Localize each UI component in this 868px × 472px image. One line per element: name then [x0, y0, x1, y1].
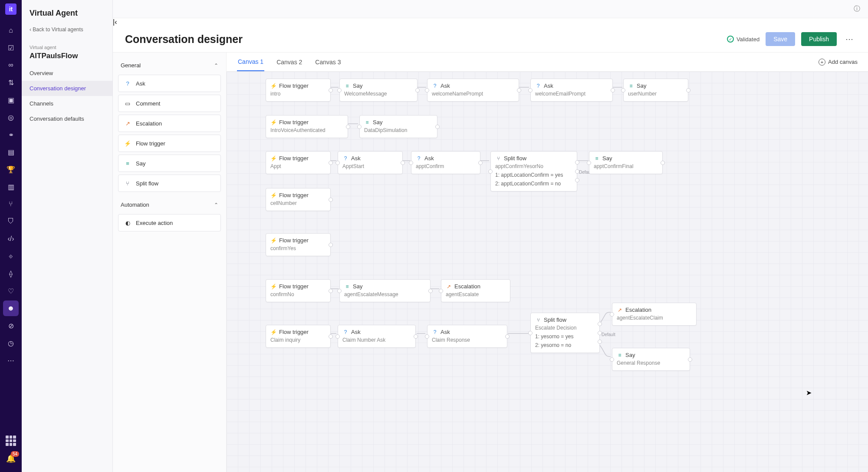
- port-in[interactable]: [439, 289, 443, 293]
- node-split-escalate[interactable]: ⑂Split flow Escalate Decision 1: yesorno…: [530, 313, 600, 353]
- node-escalation-claim[interactable]: ↗Escalation agentEscalateClaim: [612, 303, 697, 326]
- rail-target-icon[interactable]: ◎: [3, 109, 19, 125]
- node-say-usernumber[interactable]: ≡Say userNumber: [623, 79, 688, 102]
- port-out[interactable]: [517, 88, 521, 92]
- port-in[interactable]: [335, 334, 340, 339]
- add-canvas-button[interactable]: + Add canvas: [819, 59, 858, 66]
- port-out[interactable]: [329, 88, 333, 92]
- rail-notifications-icon[interactable]: 🔔54: [6, 454, 16, 463]
- port-out[interactable]: [414, 334, 418, 339]
- port-in[interactable]: [528, 331, 533, 335]
- palette-item-execute-action[interactable]: ◐ Execute action: [118, 214, 221, 231]
- node-ask-apptconfirm[interactable]: ?Ask apptConfirm: [411, 151, 480, 174]
- port-out-1[interactable]: [575, 160, 579, 165]
- port-out[interactable]: [329, 243, 333, 247]
- nav-item-channels[interactable]: Channels: [22, 96, 112, 111]
- rail-integration-icon[interactable]: ⟠: [3, 266, 19, 281]
- node-trigger-cellnumber[interactable]: ⚡Flow trigger cellNumber: [266, 188, 331, 211]
- port-out[interactable]: [329, 334, 333, 339]
- port-out[interactable]: [435, 125, 440, 129]
- node-trigger-claim[interactable]: ⚡Flow trigger Claim inquiry: [266, 325, 331, 348]
- port-in[interactable]: [337, 88, 342, 92]
- rail-link-icon[interactable]: ∞: [3, 57, 19, 73]
- node-ask-email[interactable]: ?Ask welcomeEmailPrompt: [530, 79, 613, 102]
- rail-home-icon[interactable]: ⌂: [3, 23, 19, 38]
- port-out[interactable]: [688, 357, 692, 362]
- port-out[interactable]: [415, 88, 420, 92]
- rail-apps-grid-icon[interactable]: [6, 436, 16, 446]
- rail-checklist-icon[interactable]: ☑: [3, 40, 19, 56]
- nav-item-conversation-defaults[interactable]: Conversation defaults: [22, 111, 112, 126]
- node-trigger-voice[interactable]: ⚡Flow trigger IntroVoiceAuthenticated: [266, 115, 348, 138]
- port-in[interactable]: [425, 88, 429, 92]
- rail-book-icon[interactable]: ▥: [3, 179, 19, 195]
- port-in[interactable]: [587, 161, 591, 165]
- port-in[interactable]: [335, 161, 340, 165]
- port-in[interactable]: [610, 357, 614, 362]
- port-in[interactable]: [528, 88, 533, 92]
- rail-branch-icon[interactable]: ⑂: [3, 196, 19, 212]
- port-out[interactable]: [478, 161, 483, 165]
- back-link[interactable]: ‹ Back to Virtual agents: [22, 22, 112, 37]
- help-icon[interactable]: ⓘ: [854, 5, 860, 13]
- rail-compass-icon[interactable]: ◷: [3, 335, 19, 351]
- palette-item-say[interactable]: ≡ Say: [118, 155, 221, 172]
- port-in[interactable]: [488, 169, 493, 174]
- port-out[interactable]: [505, 334, 510, 339]
- rail-people-icon[interactable]: ⚭: [3, 127, 19, 142]
- port-out[interactable]: [686, 88, 690, 92]
- tab-canvas-2[interactable]: Canvas 2: [276, 53, 303, 71]
- port-out[interactable]: [346, 125, 350, 129]
- port-out[interactable]: [611, 88, 615, 92]
- port-out[interactable]: [329, 289, 333, 293]
- palette-item-split-flow[interactable]: ⑂ Split flow: [118, 175, 221, 192]
- flow-canvas[interactable]: ⚡Flow trigger intro ≡Say WelcomeMessage …: [227, 72, 868, 472]
- save-button[interactable]: Save: [766, 32, 795, 46]
- port-out-2[interactable]: [575, 178, 579, 182]
- rail-analytics-icon[interactable]: ⇅: [3, 75, 19, 90]
- rail-globe-icon[interactable]: ⊘: [3, 318, 19, 333]
- port-in[interactable]: [337, 289, 342, 293]
- publish-button[interactable]: Publish: [801, 32, 837, 46]
- port-in[interactable]: [409, 161, 413, 165]
- node-say-apptfinal[interactable]: ≡Say apptConfirmFinal: [589, 151, 663, 174]
- collapse-leftnav-button[interactable]: |‹: [113, 18, 868, 26]
- rail-reports-icon[interactable]: ▣: [3, 92, 19, 108]
- node-split-apptconfirm[interactable]: ⑂Split flow apptConfirmYesorNo 1: apptLo…: [490, 151, 577, 191]
- port-in[interactable]: [425, 334, 429, 339]
- node-say-datadip[interactable]: ≡Say DataDipSimulation: [359, 115, 437, 138]
- node-ask-claimresponse[interactable]: ?Ask Claim Response: [427, 325, 507, 348]
- palette-item-ask[interactable]: ? Ask: [118, 75, 221, 92]
- rail-clipboard-icon[interactable]: ▤: [3, 144, 19, 160]
- nav-item-conversation-designer[interactable]: Conversation designer: [22, 81, 112, 96]
- node-escalation-agent[interactable]: ↗Escalation agentEscalate: [441, 279, 510, 302]
- more-menu-button[interactable]: ⋯: [843, 33, 856, 46]
- port-out-2[interactable]: [598, 340, 602, 344]
- palette-item-escalation[interactable]: ↗ Escalation: [118, 115, 221, 132]
- port-in[interactable]: [357, 125, 362, 129]
- nav-item-overview[interactable]: Overview: [22, 66, 112, 81]
- port-in[interactable]: [610, 312, 614, 317]
- node-ask-name[interactable]: ?Ask welcomeNamePrompt: [427, 79, 519, 102]
- port-out[interactable]: [428, 289, 433, 293]
- rail-code-icon[interactable]: ‹/›: [3, 231, 19, 247]
- node-trigger-confirmno[interactable]: ⚡Flow trigger confirmNo: [266, 279, 331, 302]
- rail-chat-icon[interactable]: ☻: [3, 300, 19, 316]
- port-out[interactable]: [329, 198, 333, 202]
- node-say-general[interactable]: ≡Say General Response: [612, 348, 690, 371]
- node-say-welcome[interactable]: ≡Say WelcomeMessage: [339, 79, 418, 102]
- node-say-agentescalate[interactable]: ≡Say agentEscalateMessage: [339, 279, 431, 302]
- palette-group-automation[interactable]: Automation ⌃: [118, 198, 221, 211]
- node-ask-apptstart[interactable]: ?Ask ApptStart: [338, 151, 403, 174]
- port-out-1[interactable]: [598, 322, 602, 326]
- node-trigger-confirmyes[interactable]: ⚡Flow trigger confirmYes: [266, 233, 331, 256]
- node-ask-claimnumber[interactable]: ?Ask Claim Number Ask: [338, 325, 416, 348]
- rail-shield-icon[interactable]: ⛉: [3, 214, 19, 229]
- rail-trophy-icon[interactable]: 🏆: [3, 162, 19, 177]
- tab-canvas-1[interactable]: Canvas 1: [237, 53, 264, 71]
- port-out[interactable]: [401, 161, 405, 165]
- port-in[interactable]: [621, 88, 625, 92]
- rail-more-icon[interactable]: ⋯: [3, 353, 19, 368]
- node-flow-trigger-intro[interactable]: ⚡Flow trigger intro: [266, 79, 331, 102]
- app-logo[interactable]: it: [5, 3, 16, 15]
